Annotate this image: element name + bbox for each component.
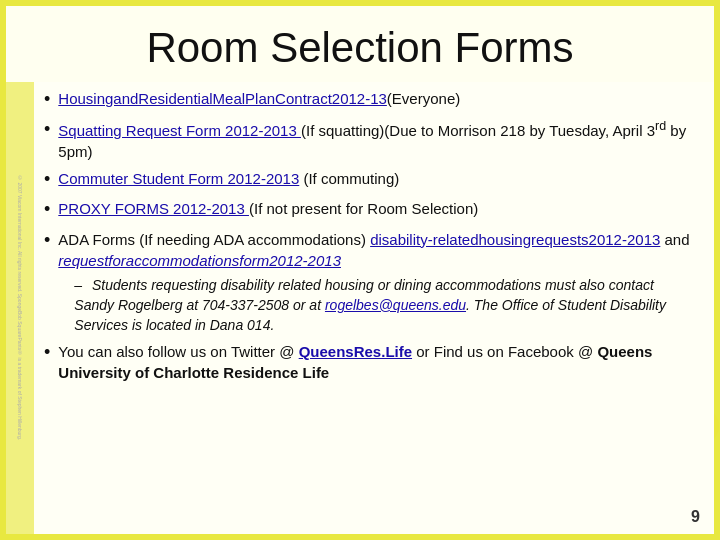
email-link[interactable]: rogelbes@queens.edu bbox=[325, 297, 466, 313]
side-strip: © 2007 Viacom International Inc. All rig… bbox=[6, 82, 34, 534]
list-item: Commuter Student Form 2012-2013 (If comm… bbox=[44, 168, 694, 192]
title-area: Room Selection Forms bbox=[6, 6, 714, 82]
bullet-3-content: Commuter Student Form 2012-2013 (If comm… bbox=[58, 168, 399, 189]
proxy-forms-link[interactable]: PROXY FORMS 2012-2013 bbox=[58, 200, 249, 217]
twitter-link[interactable]: QueensRes.Life bbox=[299, 343, 412, 360]
bullet-5-content: ADA Forms (If needing ADA accommodations… bbox=[58, 231, 689, 269]
bullet-5-and: and bbox=[660, 231, 689, 248]
slide: Room Selection Forms © 2007 Viacom Inter… bbox=[0, 0, 720, 540]
bullet-5-wrapper: ADA Forms (If needing ADA accommodations… bbox=[58, 229, 694, 336]
housing-contract-link[interactable]: HousingandResidentialMealPlanContract201… bbox=[58, 90, 387, 107]
squatting-form-link[interactable]: Squatting Request Form 2012-2013 bbox=[58, 122, 301, 139]
bullet-1-suffix: (Everyone) bbox=[387, 90, 460, 107]
list-item: ADA Forms (If needing ADA accommodations… bbox=[44, 229, 694, 336]
bullet-4-content: PROXY FORMS 2012-2013 (If not present fo… bbox=[58, 198, 478, 219]
bullet-5-sub: Students requesting disability related h… bbox=[74, 275, 694, 336]
list-item: You can also follow us on Twitter @ Quee… bbox=[44, 341, 694, 383]
bullet-list: HousingandResidentialMealPlanContract201… bbox=[44, 88, 694, 383]
bullet-6-content: You can also follow us on Twitter @ Quee… bbox=[58, 341, 694, 383]
bullet-1-content: HousingandResidentialMealPlanContract201… bbox=[58, 88, 460, 109]
page-number: 9 bbox=[691, 508, 700, 526]
bullet-4-text: (If not present for Room Selection) bbox=[249, 200, 478, 217]
bullet-2-content: Squatting Request Form 2012-2013 (If squ… bbox=[58, 118, 694, 162]
bullet-6-text-1: You can also follow us on Twitter @ bbox=[58, 343, 298, 360]
accommodation-form-link[interactable]: requestforaccommodationsform2012-2013 bbox=[58, 252, 341, 269]
bullet-5-text-1: ADA Forms (If needing ADA accommodations… bbox=[58, 231, 370, 248]
copyright-text: © 2007 Viacom International Inc. All rig… bbox=[17, 175, 23, 440]
sub-text: Students requesting disability related h… bbox=[74, 277, 666, 334]
list-item: Squatting Request Form 2012-2013 (If squ… bbox=[44, 118, 694, 162]
commuter-form-link[interactable]: Commuter Student Form 2012-2013 bbox=[58, 170, 299, 187]
sub-bullet-dash bbox=[74, 277, 88, 293]
content-area: © 2007 Viacom International Inc. All rig… bbox=[6, 82, 714, 534]
disability-housing-link[interactable]: disability-relatedhousingrequests2012-20… bbox=[370, 231, 660, 248]
bullet-3-text: (If commuting) bbox=[299, 170, 399, 187]
slide-title: Room Selection Forms bbox=[26, 24, 694, 72]
main-content: HousingandResidentialMealPlanContract201… bbox=[34, 82, 714, 534]
list-item: HousingandResidentialMealPlanContract201… bbox=[44, 88, 694, 112]
list-item: PROXY FORMS 2012-2013 (If not present fo… bbox=[44, 198, 694, 222]
